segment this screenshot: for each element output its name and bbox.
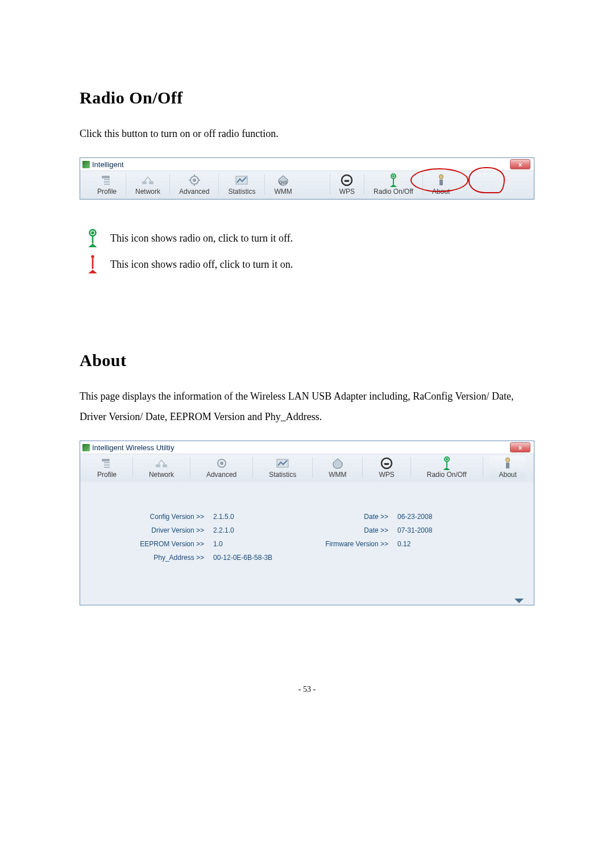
title-bar: Intelligent x [80, 158, 534, 171]
about-content: Config Version >> 2.1.5.0 Date >> 06-23-… [80, 482, 534, 579]
advanced-icon [187, 173, 202, 187]
network-icon [154, 456, 169, 470]
about-icon [434, 173, 449, 187]
wmm-icon: QoS [276, 173, 291, 187]
tab-label: Advanced [206, 471, 237, 479]
profile-icon [99, 456, 114, 470]
field-label: Phy_Address >> [96, 554, 213, 562]
legend-text: This icon shows radio on, click to turn … [110, 232, 293, 244]
field-label: Date >> [297, 526, 397, 534]
statistics-icon [234, 173, 249, 187]
field-value: 06-23-2008 [397, 513, 466, 521]
radio-antenna-off-icon [80, 258, 106, 271]
heading-about: About [80, 351, 534, 370]
field-label [297, 554, 397, 562]
info-row: Driver Version >> 2.2.1.0 Date >> 07-31-… [96, 526, 518, 534]
app-window-intelligent: Intelligent x Profile Network [80, 157, 534, 200]
tab-wps[interactable]: WPS [370, 456, 403, 479]
svg-line-7 [148, 177, 151, 181]
tab-statistics[interactable]: Statistics [260, 456, 305, 479]
window-title: Intelligent Wireless Utiltiy [92, 443, 175, 452]
radio-antenna-on-icon [386, 173, 401, 187]
tab-network[interactable]: Network [140, 456, 183, 479]
tab-label: WMM [274, 188, 292, 196]
tab-label: Profile [97, 188, 117, 196]
tab-label: Advanced [179, 188, 209, 196]
svg-point-17 [439, 175, 443, 179]
info-row: EEPROM Version >> 1.0 Firmware Version >… [96, 540, 518, 548]
tab-profile[interactable]: Profile [88, 173, 126, 196]
advanced-icon [214, 456, 229, 470]
svg-rect-19 [102, 459, 109, 461]
wmm-icon [330, 456, 345, 470]
network-icon [140, 173, 155, 187]
legend-row-on: This icon shows radio on, click to turn … [80, 231, 534, 245]
svg-rect-22 [104, 467, 110, 468]
para-about: This page displays the information of th… [80, 386, 534, 427]
document-page: Radio On/Off Click this button to turn o… [0, 0, 614, 868]
tab-label: About [432, 188, 450, 196]
svg-rect-5 [149, 181, 154, 184]
svg-rect-21 [104, 464, 110, 466]
para-radio: Click this button to turn on or off radi… [80, 123, 534, 144]
svg-text:QoS: QoS [279, 180, 287, 185]
close-button[interactable]: x [510, 159, 530, 169]
svg-rect-20 [104, 462, 110, 463]
field-label: Firmware Version >> [297, 540, 397, 548]
tab-advanced[interactable]: Advanced [197, 456, 246, 479]
statistics-icon [275, 456, 290, 470]
tab-statistics[interactable]: Statistics [219, 173, 264, 196]
app-logo-icon [82, 161, 90, 168]
close-button[interactable]: x [510, 442, 530, 452]
tab-label: Profile [97, 471, 117, 479]
close-icon: x [518, 444, 522, 451]
svg-point-31 [506, 458, 510, 462]
toolbar: Profile Network Advanced [80, 171, 534, 199]
about-icon [500, 456, 515, 470]
field-value: 00-12-0E-6B-58-3B [213, 554, 297, 562]
tab-label: Statistics [228, 188, 255, 196]
toolbar: Profile Network Advanced [80, 454, 534, 482]
tab-about[interactable]: About [423, 173, 459, 196]
svg-rect-32 [506, 463, 509, 468]
legend-row-off: This icon shows radio off, click to turn… [80, 258, 534, 271]
svg-rect-4 [142, 181, 147, 184]
field-value: 1.0 [213, 540, 297, 548]
expand-arrow-icon[interactable] [515, 599, 524, 603]
field-label: Date >> [297, 513, 397, 521]
tab-label: Radio On/Off [374, 188, 413, 196]
app-logo-icon [82, 444, 90, 451]
tab-radio-onoff[interactable]: Radio On/Off [364, 173, 422, 196]
legend-text: This icon shows radio off, click to turn… [110, 259, 293, 271]
svg-point-28 [220, 462, 223, 465]
heading-radio: Radio On/Off [80, 88, 534, 107]
field-value: 0.12 [397, 540, 466, 548]
field-value: 2.1.5.0 [213, 513, 297, 521]
svg-rect-24 [163, 464, 167, 467]
field-value: 2.2.1.0 [213, 526, 297, 534]
radio-antenna-on-icon [80, 231, 106, 245]
tab-wps[interactable]: WPS [330, 173, 364, 196]
field-label: EEPROM Version >> [96, 540, 213, 548]
tab-about[interactable]: About [489, 456, 525, 479]
svg-rect-3 [104, 184, 110, 185]
close-icon: x [518, 161, 522, 168]
svg-line-25 [158, 460, 161, 464]
tab-wmm[interactable]: QoS WMM [265, 173, 301, 196]
tab-label: Network [149, 471, 174, 479]
tab-wmm[interactable]: WMM [320, 456, 355, 479]
wps-icon [379, 456, 394, 470]
svg-rect-23 [156, 464, 160, 467]
tab-radio-onoff[interactable]: Radio On/Off [418, 456, 476, 479]
tab-network[interactable]: Network [126, 173, 169, 196]
tab-label: WMM [329, 471, 346, 479]
title-bar: Intelligent Wireless Utiltiy x [80, 441, 534, 454]
info-row: Config Version >> 2.1.5.0 Date >> 06-23-… [96, 513, 518, 521]
svg-rect-0 [102, 176, 109, 178]
wps-icon [339, 173, 354, 187]
tab-label: WPS [379, 471, 394, 479]
app-window-about: Intelligent Wireless Utiltiy x Profile [80, 441, 534, 605]
tab-profile[interactable]: Profile [88, 456, 126, 479]
tab-advanced[interactable]: Advanced [170, 173, 218, 196]
field-label: Driver Version >> [96, 526, 213, 534]
